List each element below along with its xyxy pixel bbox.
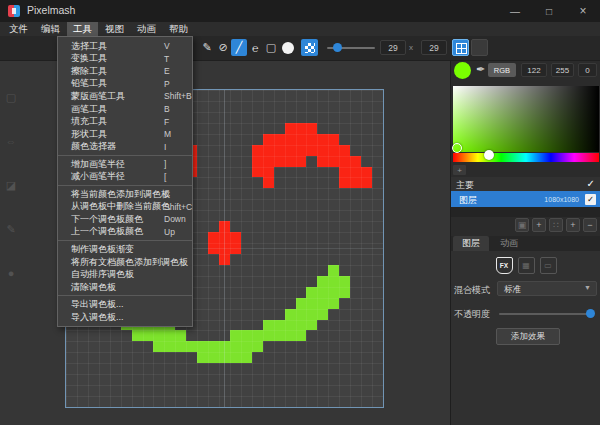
opacity-slider[interactable] (499, 313, 593, 315)
menu-item[interactable]: 变换工具T (58, 53, 192, 66)
fill-tool-icon[interactable]: ℮ (247, 39, 263, 56)
menu-item[interactable]: 将当前颜色添加到调色板C (58, 188, 192, 201)
pixel-cell (285, 123, 296, 134)
dither-toggle-button[interactable] (301, 39, 318, 56)
grid-toggle-button[interactable] (452, 39, 469, 56)
select-tool-icon[interactable]: ▢ (4, 90, 18, 104)
add-layer-button[interactable]: + (532, 218, 546, 232)
menu-item[interactable]: 选择工具V (58, 40, 192, 53)
current-color-swatch[interactable] (454, 62, 471, 79)
grid-secondary-button[interactable] (471, 39, 488, 56)
eraser-tool-icon[interactable]: ⊘ (215, 39, 231, 56)
pixelmash-window: Pixelmash — □ × 文件编辑工具视图动画帮助 ✎⊘╱℮▢ 29 x … (0, 0, 600, 425)
close-button[interactable]: × (566, 0, 600, 22)
minimize-button[interactable]: — (498, 0, 532, 22)
menu-item-label: 蒙版画笔工具 (71, 90, 125, 103)
blue-value-input[interactable]: 0 (578, 63, 597, 77)
menu-item-label: 画笔工具 (71, 103, 107, 116)
pixel-cell (350, 167, 361, 178)
menu-item[interactable]: 擦除工具E (58, 65, 192, 78)
primary-group-row[interactable]: 主要 ✓ (451, 177, 600, 191)
menu-item[interactable]: 从调色板中删除当前颜色Shift+C (58, 201, 192, 214)
menu-item[interactable]: 自动排序调色板 (58, 268, 192, 281)
tab-layers[interactable]: 图层 (453, 236, 489, 251)
pixel-cell (285, 156, 296, 167)
menubar-item-4[interactable]: 动画 (131, 22, 162, 37)
menu-item[interactable]: 颜色选择器I (58, 140, 192, 153)
menu-item[interactable]: 增加画笔半径] (58, 158, 192, 171)
menubar-item-5[interactable]: 帮助 (163, 22, 194, 37)
menu-item-label: 填充工具 (71, 115, 107, 128)
shape-tool-icon[interactable]: ▢ (263, 39, 279, 56)
resolution-height-input[interactable]: 29 (421, 40, 447, 55)
menu-item-shortcut: F (164, 117, 169, 127)
brush-tool-icon[interactable]: ● (4, 266, 18, 280)
brush-size-slider-handle[interactable] (333, 43, 342, 52)
hue-slider-handle[interactable] (484, 150, 494, 160)
menu-item[interactable]: 填充工具F (58, 115, 192, 128)
add-group-button[interactable]: + (566, 218, 580, 232)
pixel-cell (241, 352, 252, 363)
eyedropper-icon[interactable]: ✒ (476, 63, 485, 76)
window-title: Pixelmash (27, 4, 75, 16)
add-effect-button[interactable]: 添加效果 (496, 328, 560, 345)
menu-item-shortcut: V (164, 41, 170, 51)
menu-item[interactable]: 蒙版画笔工具Shift+B (58, 90, 192, 103)
layer-visibility-checkbox[interactable]: ✓ (585, 194, 596, 205)
delete-layer-button[interactable]: − (583, 218, 597, 232)
green-value-input[interactable]: 255 (551, 63, 574, 77)
layer-ref-icon[interactable]: ▭ (540, 257, 557, 274)
menu-item[interactable]: 将所有文档颜色添加到调色板 (58, 256, 192, 269)
menu-item[interactable]: 导出调色板... (58, 298, 192, 311)
hue-slider[interactable] (453, 153, 599, 162)
layer-copy-icon[interactable]: ▦ (518, 257, 535, 274)
menu-item[interactable]: 制作调色板渐变 (58, 243, 192, 256)
pixel-cell (317, 298, 328, 309)
duplicate-layer-button[interactable]: ▣ (515, 218, 529, 232)
saturation-value-picker[interactable] (453, 86, 599, 152)
layer-row-selected[interactable]: 图层 1080x1080 ✓ (451, 191, 600, 207)
menu-item-label: 制作调色板渐变 (71, 243, 134, 256)
tab-animation[interactable]: 动画 (491, 236, 527, 251)
pixel-cell (263, 320, 274, 331)
pencil-tool-icon[interactable]: ✎ (199, 39, 215, 56)
opacity-slider-handle[interactable] (586, 309, 595, 318)
menu-item[interactable]: 下一个调色板颜色Down (58, 213, 192, 226)
menu-item-shortcut: [ (164, 172, 166, 182)
pencil-tool-icon[interactable]: ✎ (4, 222, 18, 236)
red-value-input[interactable]: 122 (521, 63, 547, 77)
resolution-width-input[interactable]: 29 (380, 40, 406, 55)
merge-layer-button[interactable]: ∷ (549, 218, 563, 232)
sv-picker-cursor[interactable] (452, 143, 462, 153)
layer-size: 1080x1080 (544, 196, 579, 203)
transform-tool-icon[interactable]: ⇔ (4, 134, 18, 148)
primary-visibility-checkbox[interactable]: ✓ (587, 178, 595, 189)
menubar-item-3[interactable]: 视图 (99, 22, 130, 37)
pixel-cell (164, 341, 175, 352)
menu-item[interactable]: 清除调色板 (58, 281, 192, 294)
pixel-cell (317, 156, 328, 167)
pixel-cell (230, 232, 241, 243)
brush-tool-icon[interactable]: ╱ (231, 39, 247, 56)
add-palette-color-button[interactable]: + (453, 165, 466, 175)
menu-item-shortcut: P (164, 79, 170, 89)
maximize-button[interactable]: □ (532, 0, 566, 22)
color-mode-button[interactable]: RGB (488, 63, 516, 77)
brush-shape-circle-icon[interactable] (282, 42, 294, 54)
menubar-item-1[interactable]: 编辑 (35, 22, 66, 37)
pixel-cell (263, 177, 274, 188)
menubar-item-0[interactable]: 文件 (3, 22, 34, 37)
menu-item[interactable]: 形状工具M (58, 128, 192, 141)
blend-mode-select[interactable]: 标准 ▼ (497, 281, 597, 296)
menu-item[interactable]: 铅笔工具P (58, 78, 192, 91)
menu-item[interactable]: 减小画笔半径[ (58, 170, 192, 183)
menu-item[interactable]: 画笔工具B (58, 103, 192, 116)
menubar-item-2[interactable]: 工具 (67, 22, 98, 37)
menu-item[interactable]: 上一个调色板颜色Up (58, 226, 192, 239)
pixel-cell (252, 145, 263, 156)
pixel-cell (339, 177, 350, 188)
menu-item[interactable]: 导入调色板... (58, 311, 192, 324)
fx-shield-icon[interactable]: FX (496, 257, 513, 274)
eraser-tool-icon[interactable]: ◪ (4, 178, 18, 192)
pixel-cell (285, 320, 296, 331)
